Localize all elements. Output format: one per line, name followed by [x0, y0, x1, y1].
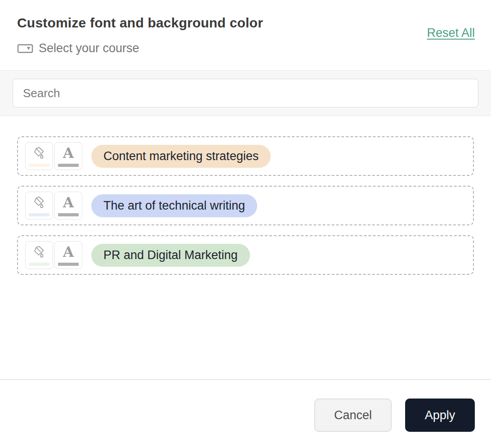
font-color-button[interactable]: A — [54, 192, 82, 220]
dialog-footer: Cancel Apply — [0, 379, 491, 432]
font-color-swatch — [58, 263, 79, 266]
font-color-button[interactable]: A — [54, 142, 82, 170]
cancel-button[interactable]: Cancel — [314, 399, 392, 432]
font-color-swatch — [58, 213, 79, 216]
course-row: A Content marketing strategies — [17, 136, 474, 176]
paint-bucket-icon — [26, 143, 53, 164]
course-row: A The art of technical writing — [17, 186, 474, 225]
font-color-icon: A — [55, 242, 82, 263]
background-color-button[interactable] — [25, 241, 53, 269]
dropdown-field-icon — [17, 43, 33, 54]
background-color-swatch — [29, 263, 49, 266]
reset-all-link[interactable]: Reset All — [427, 26, 475, 40]
course-pill[interactable]: The art of technical writing — [91, 194, 257, 217]
search-band — [0, 70, 491, 116]
dialog-header: Customize font and background color Rese… — [0, 0, 491, 70]
color-tools: A — [25, 241, 82, 269]
background-color-swatch — [29, 213, 49, 216]
page-title: Customize font and background color — [17, 15, 263, 31]
course-list: A Content marketing strategies — [0, 116, 491, 275]
color-tools: A — [25, 192, 82, 220]
font-color-button[interactable]: A — [54, 241, 82, 269]
paint-bucket-icon — [26, 242, 53, 263]
color-tools: A — [25, 142, 82, 170]
subtitle-text: Select your course — [39, 41, 139, 55]
background-color-swatch — [29, 164, 49, 167]
font-color-swatch — [58, 164, 79, 167]
course-pill[interactable]: PR and Digital Marketing — [91, 244, 250, 267]
course-row: A PR and Digital Marketing — [17, 235, 474, 275]
background-color-button[interactable] — [25, 192, 53, 220]
font-color-icon: A — [55, 192, 82, 213]
font-color-icon: A — [55, 143, 82, 164]
course-pill[interactable]: Content marketing strategies — [91, 145, 271, 168]
apply-button[interactable]: Apply — [405, 399, 475, 432]
search-input[interactable] — [13, 79, 478, 108]
course-select-label: Select your course — [17, 41, 139, 55]
paint-bucket-icon — [26, 192, 53, 213]
background-color-button[interactable] — [25, 142, 53, 170]
